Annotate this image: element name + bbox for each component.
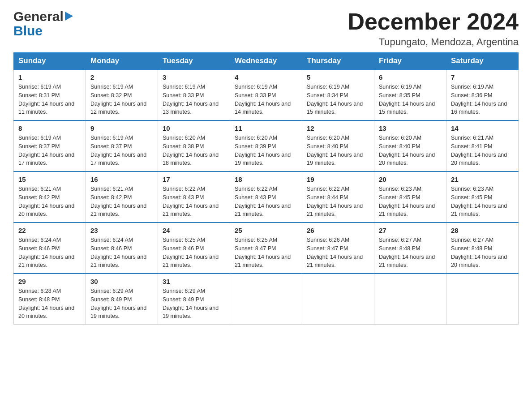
title-area: December 2024 Tupungato, Mendoza, Argent… [348,9,519,48]
calendar-cell: 27 Sunrise: 6:27 AMSunset: 8:48 PMDaylig… [374,223,446,274]
calendar-cell: 23 Sunrise: 6:24 AMSunset: 8:46 PMDaylig… [86,223,158,274]
calendar-cell: 12 Sunrise: 6:20 AMSunset: 8:40 PMDaylig… [302,120,374,171]
day-number: 30 [90,278,153,285]
day-number: 4 [235,73,297,81]
page-title: December 2024 [348,9,519,34]
day-number: 28 [451,227,514,234]
day-number: 24 [163,227,225,234]
day-info: Sunrise: 6:19 AMSunset: 8:32 PMDaylight:… [90,84,146,115]
calendar-week-row: 8 Sunrise: 6:19 AMSunset: 8:37 PMDayligh… [14,120,519,171]
day-number: 19 [307,176,369,183]
day-number: 5 [307,73,369,81]
day-info: Sunrise: 6:19 AMSunset: 8:34 PMDaylight:… [307,84,363,115]
day-info: Sunrise: 6:19 AMSunset: 8:31 PMDaylight:… [18,84,74,115]
calendar-week-row: 29 Sunrise: 6:28 AMSunset: 8:48 PMDaylig… [14,274,519,325]
calendar-week-row: 22 Sunrise: 6:24 AMSunset: 8:46 PMDaylig… [14,223,519,274]
calendar-cell: 19 Sunrise: 6:22 AMSunset: 8:44 PMDaylig… [302,171,374,223]
calendar-day-header: Thursday [302,53,374,70]
calendar-cell: 26 Sunrise: 6:26 AMSunset: 8:47 PMDaylig… [302,223,374,274]
calendar-cell: 5 Sunrise: 6:19 AMSunset: 8:34 PMDayligh… [302,69,374,120]
calendar-day-header: Friday [374,53,446,70]
calendar-day-header: Monday [86,53,158,70]
calendar-cell: 29 Sunrise: 6:28 AMSunset: 8:48 PMDaylig… [14,274,86,325]
day-info: Sunrise: 6:24 AMSunset: 8:46 PMDaylight:… [18,237,74,268]
day-info: Sunrise: 6:20 AMSunset: 8:40 PMDaylight:… [379,135,435,166]
day-number: 2 [90,73,153,81]
calendar-cell [230,274,302,325]
calendar-cell [374,274,446,325]
day-number: 1 [18,73,81,81]
day-info: Sunrise: 6:19 AMSunset: 8:33 PMDaylight:… [235,84,291,115]
day-number: 10 [163,124,225,132]
calendar-week-row: 15 Sunrise: 6:21 AMSunset: 8:42 PMDaylig… [14,171,519,223]
calendar-cell: 25 Sunrise: 6:25 AMSunset: 8:47 PMDaylig… [230,223,302,274]
day-info: Sunrise: 6:20 AMSunset: 8:38 PMDaylight:… [163,135,219,166]
logo-triangle-icon [65,12,73,21]
calendar-cell [302,274,374,325]
calendar-day-header: Saturday [446,53,519,70]
calendar-cell: 2 Sunrise: 6:19 AMSunset: 8:32 PMDayligh… [86,69,158,120]
day-info: Sunrise: 6:23 AMSunset: 8:45 PMDaylight:… [379,186,435,217]
day-number: 27 [379,227,442,234]
day-info: Sunrise: 6:19 AMSunset: 8:33 PMDaylight:… [163,84,219,115]
day-info: Sunrise: 6:22 AMSunset: 8:44 PMDaylight:… [307,186,363,217]
day-number: 29 [18,278,81,285]
day-number: 31 [163,278,225,285]
calendar-cell: 1 Sunrise: 6:19 AMSunset: 8:31 PMDayligh… [14,69,86,120]
day-info: Sunrise: 6:21 AMSunset: 8:41 PMDaylight:… [451,135,507,166]
calendar-cell: 3 Sunrise: 6:19 AMSunset: 8:33 PMDayligh… [158,69,230,120]
day-info: Sunrise: 6:19 AMSunset: 8:37 PMDaylight:… [90,135,146,166]
page-header: General Blue December 2024 Tupungato, Me… [13,9,519,48]
day-number: 12 [307,124,369,132]
day-info: Sunrise: 6:25 AMSunset: 8:47 PMDaylight:… [235,237,291,268]
day-info: Sunrise: 6:24 AMSunset: 8:46 PMDaylight:… [90,237,146,268]
calendar-cell: 7 Sunrise: 6:19 AMSunset: 8:36 PMDayligh… [446,69,519,120]
subtitle: Tupungato, Mendoza, Argentina [348,36,519,48]
calendar-cell: 24 Sunrise: 6:25 AMSunset: 8:46 PMDaylig… [158,223,230,274]
day-number: 16 [90,176,153,183]
calendar-week-row: 1 Sunrise: 6:19 AMSunset: 8:31 PMDayligh… [14,69,519,120]
calendar-day-header: Tuesday [158,53,230,70]
day-info: Sunrise: 6:22 AMSunset: 8:43 PMDaylight:… [163,186,219,217]
day-number: 17 [163,176,225,183]
calendar-cell: 31 Sunrise: 6:29 AMSunset: 8:49 PMDaylig… [158,274,230,325]
day-info: Sunrise: 6:27 AMSunset: 8:48 PMDaylight:… [379,237,435,268]
logo-general-text: General [13,9,64,24]
calendar-cell: 6 Sunrise: 6:19 AMSunset: 8:35 PMDayligh… [374,69,446,120]
day-number: 18 [235,176,297,183]
day-info: Sunrise: 6:22 AMSunset: 8:43 PMDaylight:… [235,186,291,217]
svg-marker-0 [65,12,73,21]
day-number: 13 [379,124,442,132]
calendar-cell: 16 Sunrise: 6:21 AMSunset: 8:42 PMDaylig… [86,171,158,223]
day-info: Sunrise: 6:19 AMSunset: 8:35 PMDaylight:… [379,84,435,115]
day-number: 26 [307,227,369,234]
day-number: 20 [379,176,442,183]
day-info: Sunrise: 6:26 AMSunset: 8:47 PMDaylight:… [307,237,363,268]
day-number: 9 [90,124,153,132]
day-number: 23 [90,227,153,234]
calendar-header-row: SundayMondayTuesdayWednesdayThursdayFrid… [14,53,519,70]
calendar-cell: 22 Sunrise: 6:24 AMSunset: 8:46 PMDaylig… [14,223,86,274]
day-info: Sunrise: 6:19 AMSunset: 8:37 PMDaylight:… [18,135,74,166]
day-info: Sunrise: 6:27 AMSunset: 8:48 PMDaylight:… [451,237,507,268]
calendar-cell: 15 Sunrise: 6:21 AMSunset: 8:42 PMDaylig… [14,171,86,223]
day-number: 6 [379,73,442,81]
calendar-day-header: Sunday [14,53,86,70]
calendar-day-header: Wednesday [230,53,302,70]
day-info: Sunrise: 6:19 AMSunset: 8:36 PMDaylight:… [451,84,507,115]
day-number: 7 [451,73,514,81]
calendar-table: SundayMondayTuesdayWednesdayThursdayFrid… [13,52,519,325]
day-number: 15 [18,176,81,183]
calendar-cell: 28 Sunrise: 6:27 AMSunset: 8:48 PMDaylig… [446,223,519,274]
calendar-cell: 21 Sunrise: 6:23 AMSunset: 8:45 PMDaylig… [446,171,519,223]
day-info: Sunrise: 6:21 AMSunset: 8:42 PMDaylight:… [18,186,74,217]
day-info: Sunrise: 6:20 AMSunset: 8:39 PMDaylight:… [235,135,291,166]
calendar-cell: 11 Sunrise: 6:20 AMSunset: 8:39 PMDaylig… [230,120,302,171]
day-number: 8 [18,124,81,132]
day-number: 14 [451,124,514,132]
calendar-cell: 17 Sunrise: 6:22 AMSunset: 8:43 PMDaylig… [158,171,230,223]
logo: General Blue [13,9,73,39]
calendar-cell: 20 Sunrise: 6:23 AMSunset: 8:45 PMDaylig… [374,171,446,223]
day-info: Sunrise: 6:25 AMSunset: 8:46 PMDaylight:… [163,237,219,268]
day-info: Sunrise: 6:20 AMSunset: 8:40 PMDaylight:… [307,135,363,166]
